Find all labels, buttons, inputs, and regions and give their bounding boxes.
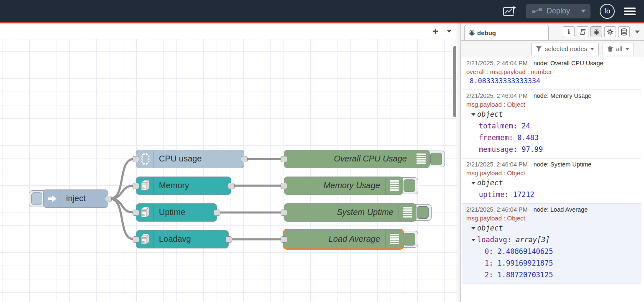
avatar-initials: fo bbox=[604, 7, 610, 15]
collapse-caret-icon[interactable] bbox=[471, 113, 475, 116]
debug-array-row[interactable]: loadavgarray[3] bbox=[466, 234, 638, 246]
node-body-loadavg[interactable]: Loadavg bbox=[136, 230, 229, 248]
add-flow-button[interactable]: + bbox=[432, 27, 438, 36]
debug-console-icon bbox=[385, 230, 403, 248]
debug-entry-row: memusage97.99 bbox=[466, 143, 638, 155]
flow-list-caret[interactable] bbox=[447, 30, 452, 33]
node-body-cpu-usage[interactable]: CPU usage bbox=[136, 150, 244, 168]
debug-timestamp: 2/21/2025, 2:46:04 PM bbox=[466, 60, 528, 67]
entry-value: 24 bbox=[521, 122, 530, 130]
node-memory[interactable]: Memory bbox=[136, 177, 231, 195]
debug-value: 8.083333333333334 bbox=[466, 76, 638, 87]
node-label: Overall CPU Usage bbox=[284, 150, 412, 168]
debug-console-icon bbox=[412, 150, 429, 168]
node-body-memory[interactable]: Memory bbox=[136, 177, 231, 195]
node-debug-loadavg[interactable]: Load Average bbox=[284, 230, 403, 248]
sidebar-splitter[interactable] bbox=[457, 23, 461, 302]
book-icon bbox=[579, 29, 586, 35]
export-image-icon[interactable] bbox=[502, 5, 517, 18]
debug-message-meta: 2/21/2025, 2:46:04 PMnode: Overall CPU U… bbox=[466, 59, 638, 68]
user-avatar[interactable]: fo bbox=[600, 4, 615, 19]
input-port[interactable] bbox=[133, 183, 139, 189]
node-debug-overall-cpu[interactable]: Overall CPU Usage bbox=[284, 150, 430, 168]
config-tab-button[interactable] bbox=[604, 26, 616, 37]
collapse-caret-icon[interactable] bbox=[471, 182, 475, 184]
context-tab-button[interactable] bbox=[618, 26, 630, 37]
debug-console-icon bbox=[385, 177, 403, 195]
debug-object-row[interactable]: object bbox=[466, 108, 638, 120]
image-sparkle-icon bbox=[502, 5, 517, 18]
main-menu-button[interactable] bbox=[624, 7, 636, 15]
node-body-debug-overall-cpu[interactable]: Overall CPU Usage bbox=[284, 150, 430, 168]
collapse-caret-icon[interactable] bbox=[471, 227, 475, 230]
bug-icon bbox=[593, 29, 600, 35]
entry-key: uptime bbox=[479, 190, 509, 199]
entry-key: loadavg bbox=[477, 235, 511, 244]
debug-message-meta: 2/21/2025, 2:46:04 PMnode: System Uptime bbox=[466, 160, 638, 169]
wires bbox=[0, 39, 457, 302]
output-port[interactable] bbox=[105, 196, 112, 202]
deploy-button[interactable]: Deploy bbox=[526, 4, 576, 18]
input-port[interactable] bbox=[281, 210, 287, 216]
debug-message[interactable]: 2/21/2025, 2:46:04 PMnode: Overall CPU U… bbox=[462, 57, 641, 90]
object-label: object bbox=[477, 224, 503, 232]
canvas-vertical-scrollbar[interactable] bbox=[453, 46, 456, 117]
tab-debug-label: debug bbox=[477, 29, 496, 36]
deploy-options-caret[interactable] bbox=[576, 4, 590, 18]
tab-debug[interactable]: debug bbox=[464, 25, 549, 40]
inject-trigger-button-face bbox=[31, 192, 42, 205]
input-port[interactable] bbox=[281, 236, 287, 243]
output-port[interactable] bbox=[228, 183, 235, 189]
node-label: System Uptime bbox=[284, 204, 399, 221]
clear-messages-button[interactable]: all bbox=[603, 43, 634, 55]
debug-object-row[interactable]: object bbox=[466, 222, 638, 234]
item-value: 1.99169921875 bbox=[498, 259, 553, 267]
input-port[interactable] bbox=[133, 156, 139, 162]
node-uptime[interactable]: Uptime bbox=[136, 203, 217, 222]
debug-tab-button[interactable] bbox=[590, 26, 602, 37]
item-index: 0 bbox=[485, 247, 493, 256]
debug-message[interactable]: 2/21/2025, 2:46:04 PMnode: Memory Usage … bbox=[462, 90, 641, 159]
output-port[interactable] bbox=[214, 210, 220, 216]
flow-canvas[interactable]: inject bbox=[0, 39, 457, 302]
debug-timestamp: 2/21/2025, 2:46:04 PM bbox=[466, 206, 528, 213]
collapse-caret-icon[interactable] bbox=[471, 239, 475, 241]
input-port[interactable] bbox=[133, 210, 139, 216]
node-body-debug-memory[interactable]: Memory Usage bbox=[284, 177, 403, 195]
funnel-icon bbox=[536, 46, 542, 52]
node-body-inject[interactable]: inject bbox=[43, 189, 108, 208]
object-label: object bbox=[477, 179, 503, 187]
hamburger-icon bbox=[624, 7, 636, 15]
node-debug-memory[interactable]: Memory Usage bbox=[284, 177, 403, 195]
node-loadavg[interactable]: Loadavg bbox=[136, 230, 229, 248]
deploy-button-group: Deploy bbox=[526, 4, 590, 18]
debug-message-list[interactable]: 2/21/2025, 2:46:04 PMnode: Overall CPU U… bbox=[461, 57, 644, 302]
sidebar: debug i bbox=[461, 23, 644, 302]
flow-tab-bar: + bbox=[0, 23, 457, 39]
debug-object-row[interactable]: object bbox=[466, 177, 638, 189]
sidebar-options-caret[interactable] bbox=[635, 31, 640, 33]
debug-message[interactable]: 2/21/2025, 2:46:04 PMnode: System Uptime… bbox=[462, 159, 641, 204]
node-label: CPU usage bbox=[154, 150, 244, 168]
node-body-debug-loadavg[interactable]: Load Average bbox=[284, 230, 403, 248]
node-body-uptime[interactable]: Uptime bbox=[136, 203, 217, 222]
output-port[interactable] bbox=[241, 156, 248, 162]
debug-payload-path: overall : msg.payload : number bbox=[466, 68, 638, 76]
input-port[interactable] bbox=[281, 183, 287, 189]
node-body-debug-uptime[interactable]: System Uptime bbox=[284, 203, 417, 222]
node-inject[interactable]: inject bbox=[43, 189, 108, 208]
node-label: Uptime bbox=[154, 204, 217, 221]
filter-nodes-button[interactable]: selected nodes bbox=[531, 43, 599, 55]
help-tab-button[interactable] bbox=[577, 26, 588, 37]
node-debug-uptime[interactable]: System Uptime bbox=[284, 203, 417, 222]
debug-toggle-state bbox=[404, 179, 415, 192]
item-value: 1.88720703125 bbox=[498, 271, 553, 279]
info-tab-button[interactable]: i bbox=[563, 26, 575, 37]
output-port[interactable] bbox=[225, 236, 232, 243]
debug-array-item: 02.40869140625 bbox=[466, 246, 638, 257]
debug-filter-row: selected nodes all bbox=[461, 41, 644, 57]
input-port[interactable] bbox=[281, 156, 287, 162]
input-port[interactable] bbox=[133, 236, 139, 243]
node-cpu-usage[interactable]: CPU usage bbox=[136, 150, 244, 168]
debug-message-selected[interactable]: 2/21/2025, 2:46:04 PMnode: Load Average … bbox=[462, 204, 641, 284]
